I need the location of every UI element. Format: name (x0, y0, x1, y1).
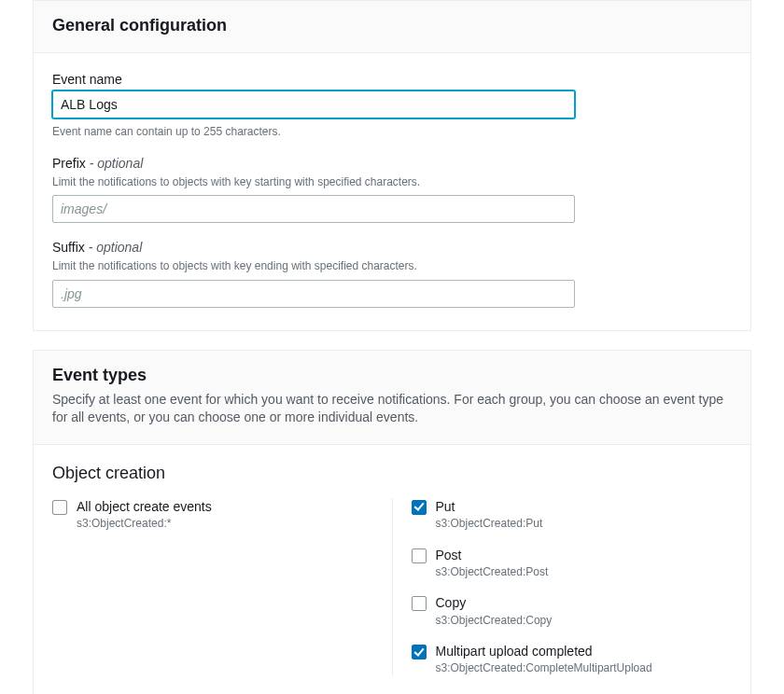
event-name-field: Event name Event name can contain up to … (52, 72, 732, 139)
object-create-item-label-group: Puts3:ObjectCreated:Put (436, 498, 543, 532)
object-create-item-row: Multipart upload completeds3:ObjectCreat… (412, 643, 733, 676)
event-name-input[interactable] (52, 90, 575, 118)
suffix-optional-text: - optional (89, 240, 143, 255)
object-creation-heading: Object creation (52, 464, 732, 483)
all-object-create-checkbox[interactable] (52, 500, 67, 515)
prefix-label-text: Prefix (52, 156, 86, 171)
general-config-panel: General configuration Event name Event n… (33, 0, 751, 331)
event-types-subtitle: Specify at least one event for which you… (52, 391, 732, 427)
object-create-item-label-group: Copys3:ObjectCreated:Copy (436, 594, 553, 628)
general-config-header: General configuration (34, 1, 750, 53)
object-create-item-label[interactable]: Multipart upload completed (436, 643, 652, 659)
object-create-item-sub: s3:ObjectCreated:Copy (436, 614, 553, 629)
object-create-item-label[interactable]: Put (436, 498, 543, 515)
prefix-field: Prefix - optional Limit the notification… (52, 156, 732, 223)
object-creation-left-col: All object create events s3:ObjectCreate… (52, 498, 392, 676)
suffix-input[interactable] (52, 280, 575, 308)
event-types-header: Event types Specify at least one event f… (34, 351, 750, 445)
object-creation-right-col: Puts3:ObjectCreated:PutPosts3:ObjectCrea… (392, 498, 733, 676)
object-create-item-checkbox[interactable] (412, 548, 427, 563)
object-create-item-sub: s3:ObjectCreated:Post (436, 565, 549, 580)
prefix-optional-text: - optional (90, 156, 144, 171)
event-types-body: Object creation All object create events… (34, 445, 750, 694)
event-name-hint: Event name can contain up to 255 charact… (52, 124, 732, 139)
object-create-item-row: Posts3:ObjectCreated:Post (412, 547, 733, 580)
prefix-hint: Limit the notifications to objects with … (52, 174, 732, 189)
event-types-title: Event types (52, 366, 732, 385)
object-create-item-row: Puts3:ObjectCreated:Put (412, 498, 733, 532)
object-create-item-label[interactable]: Copy (436, 594, 553, 611)
all-object-create-label[interactable]: All object create events (77, 498, 212, 515)
object-create-item-checkbox[interactable] (412, 500, 427, 515)
object-create-item-label-group: Posts3:ObjectCreated:Post (436, 547, 549, 580)
object-create-item-sub: s3:ObjectCreated:CompleteMultipartUpload (436, 661, 652, 676)
object-create-item-label[interactable]: Post (436, 547, 549, 563)
object-creation-options: All object create events s3:ObjectCreate… (52, 498, 732, 676)
suffix-label: Suffix - optional (52, 240, 732, 255)
prefix-label: Prefix - optional (52, 156, 732, 171)
general-config-title: General configuration (52, 16, 732, 35)
all-object-create-sub: s3:ObjectCreated:* (77, 517, 212, 532)
object-create-item-checkbox[interactable] (412, 596, 427, 611)
prefix-input[interactable] (52, 195, 575, 223)
suffix-label-text: Suffix (52, 240, 85, 255)
all-object-create-row: All object create events s3:ObjectCreate… (52, 498, 373, 532)
object-create-item-sub: s3:ObjectCreated:Put (436, 517, 543, 532)
suffix-field: Suffix - optional Limit the notification… (52, 240, 732, 307)
event-name-label: Event name (52, 72, 732, 87)
suffix-hint: Limit the notifications to objects with … (52, 258, 732, 273)
object-create-item-label-group: Multipart upload completeds3:ObjectCreat… (436, 643, 652, 676)
general-config-body: Event name Event name can contain up to … (34, 53, 750, 330)
object-create-item-checkbox[interactable] (412, 645, 427, 659)
event-types-panel: Event types Specify at least one event f… (33, 350, 751, 694)
all-object-create-label-group: All object create events s3:ObjectCreate… (77, 498, 212, 532)
object-create-item-row: Copys3:ObjectCreated:Copy (412, 594, 733, 628)
